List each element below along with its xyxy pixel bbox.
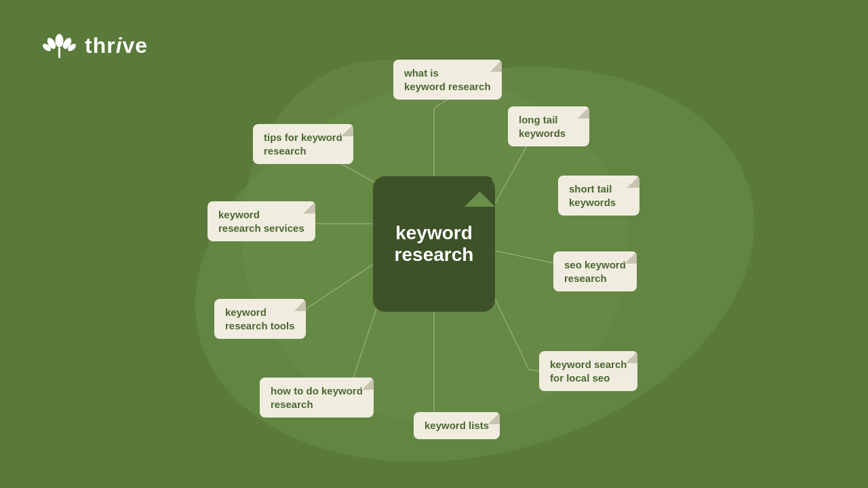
card-local-seo: keyword search for local seo — [539, 351, 637, 391]
card-tips: tips for keyword research — [253, 124, 353, 164]
center-keyword-text: keyword research — [388, 216, 481, 272]
card-seo-keyword: seo keyword research — [553, 251, 637, 291]
card-short-tail: short tail keywords — [558, 176, 639, 216]
card-how-to: how to do keyword research — [260, 378, 374, 418]
svg-point-2 — [56, 34, 64, 47]
card-keyword-lists: keyword lists — [414, 412, 500, 439]
logo: thrive — [41, 27, 148, 64]
card-long-tail: long tail keywords — [508, 106, 589, 146]
center-document: keyword research — [373, 176, 495, 312]
thrive-logo-icon — [41, 27, 78, 64]
card-what-is: what is keyword research — [393, 60, 502, 100]
card-research-services: keyword research services — [208, 201, 315, 241]
card-research-tools: keyword research tools — [214, 299, 306, 339]
svg-rect-1 — [58, 47, 60, 58]
logo-text: thrive — [85, 33, 148, 58]
